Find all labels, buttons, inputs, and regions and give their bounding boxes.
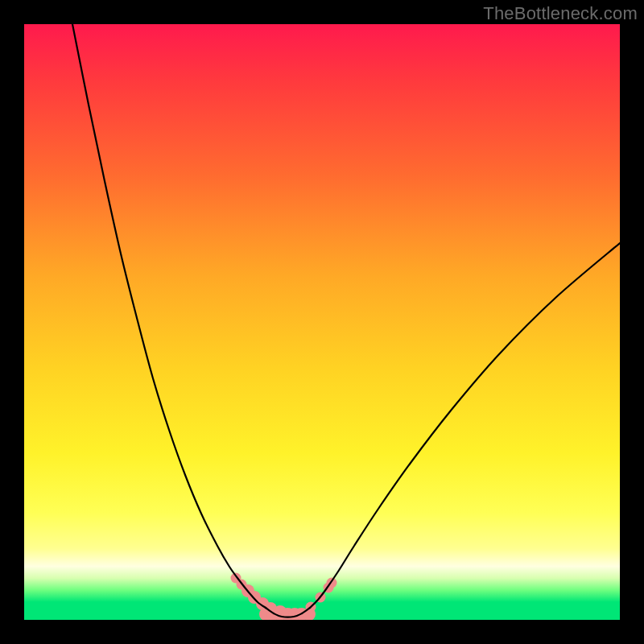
watermark-text: TheBottleneck.com bbox=[483, 3, 638, 24]
chart-frame: TheBottleneck.com bbox=[0, 0, 644, 644]
plot-area bbox=[24, 24, 620, 620]
bottleneck-curve bbox=[24, 24, 620, 620]
